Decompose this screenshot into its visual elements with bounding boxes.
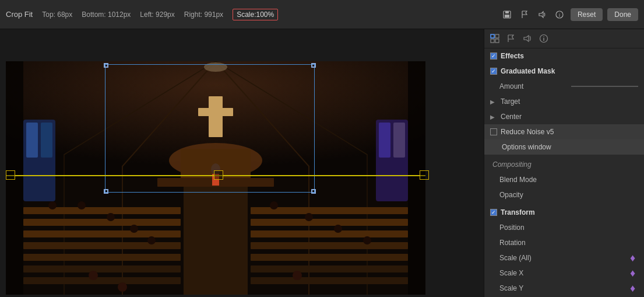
right-panel: ✓ Effects ✓ Graduated Mask Amount ▶ Targ…	[484, 29, 644, 297]
svg-point-35	[107, 213, 115, 221]
svg-point-38	[89, 271, 98, 280]
scale-x-dot-icon: ♦	[630, 269, 638, 277]
svg-point-42	[334, 225, 342, 233]
main-area: ✓ Effects ✓ Graduated Mask Amount ▶ Targ…	[0, 29, 644, 297]
compositing-label: Compositing	[490, 160, 638, 169]
svg-rect-19	[23, 207, 181, 214]
reduce-noise-row[interactable]: Reduce Noise v5	[484, 124, 644, 139]
reduce-noise-checkbox[interactable]	[490, 128, 497, 135]
position-label: Position	[490, 223, 638, 232]
svg-rect-21	[23, 230, 181, 237]
svg-rect-45	[184, 187, 248, 295]
amount-slider[interactable]	[571, 86, 638, 87]
panel-info-icon[interactable]	[538, 33, 550, 44]
scale-all-dot-icon: ♦	[630, 254, 638, 262]
transform-label: Transform	[501, 208, 638, 216]
transform-checkbox[interactable]: ✓	[490, 209, 497, 216]
top-bar-left: Crop Fit Top: 68px Bottom: 1012px Left: …	[6, 9, 501, 20]
panel-flag-icon[interactable]	[505, 33, 517, 44]
svg-rect-15	[41, 123, 52, 158]
svg-point-39	[118, 282, 127, 292]
svg-point-40	[270, 201, 278, 209]
graduated-mask-label: Graduated Mask	[501, 67, 638, 75]
yellow-handle-right[interactable]	[420, 170, 429, 180]
reset-button[interactable]: Reset	[571, 8, 603, 21]
compositing-row: Compositing	[484, 157, 644, 172]
svg-rect-28	[251, 230, 408, 237]
svg-rect-1	[505, 11, 509, 13]
svg-rect-27	[251, 219, 408, 226]
right-info: Right: 991px	[184, 11, 223, 19]
effects-row[interactable]: ✓ Effects	[484, 48, 644, 64]
scale-all-label: Scale (All)	[490, 254, 630, 262]
scale-x-row[interactable]: Scale X ♦	[484, 265, 644, 281]
scale-y-row[interactable]: Scale Y ♦	[484, 281, 644, 296]
opacity-row[interactable]: Opacity	[484, 187, 644, 202]
save-icon[interactable]	[501, 8, 513, 21]
blend-mode-row[interactable]: Blend Mode	[484, 172, 644, 187]
svg-rect-8	[209, 96, 223, 137]
rotation-label: Rotation	[490, 239, 638, 247]
options-window-row[interactable]: Options window	[484, 139, 644, 155]
svg-rect-52	[495, 34, 499, 38]
rotation-row[interactable]: Rotation	[484, 235, 644, 250]
svg-rect-25	[23, 277, 181, 284]
svg-rect-23	[23, 254, 181, 261]
svg-point-33	[48, 201, 57, 209]
panel-grid-icon[interactable]	[489, 33, 501, 44]
yellow-handle-left[interactable]	[6, 170, 15, 180]
top-info: Top: 68px	[42, 11, 72, 19]
svg-rect-17	[379, 123, 390, 158]
reduce-noise-label: Reduce Noise v5	[501, 128, 638, 136]
svg-rect-30	[251, 254, 408, 261]
svg-rect-31	[251, 265, 408, 272]
effects-checkbox[interactable]: ✓	[490, 53, 497, 60]
options-window-label: Options window	[502, 143, 638, 151]
svg-point-58	[543, 36, 544, 37]
svg-marker-3	[539, 12, 543, 18]
scale-all-row[interactable]: Scale (All) ♦	[484, 250, 644, 265]
done-button[interactable]: Done	[607, 8, 638, 21]
info-icon[interactable]: i	[553, 8, 566, 21]
canvas-area	[0, 29, 484, 297]
svg-rect-53	[491, 39, 494, 43]
center-arrow-icon: ▶	[490, 114, 496, 120]
transform-row[interactable]: ✓ Transform	[484, 205, 644, 220]
svg-rect-54	[495, 39, 499, 43]
position-row[interactable]: Position	[484, 220, 644, 235]
svg-point-41	[305, 213, 313, 221]
svg-rect-32	[251, 277, 408, 284]
graduated-mask-checkbox[interactable]: ✓	[490, 68, 497, 75]
volume-icon[interactable]	[536, 8, 548, 21]
effects-label: Effects	[501, 52, 638, 60]
blend-mode-label: Blend Mode	[490, 176, 638, 184]
bottom-info: Bottom: 1012px	[82, 11, 131, 19]
svg-rect-22	[23, 242, 181, 249]
svg-marker-55	[524, 36, 529, 41]
svg-rect-20	[23, 219, 181, 226]
svg-point-36	[130, 225, 138, 233]
svg-rect-51	[491, 34, 494, 38]
scale-y-dot-icon: ♦	[630, 284, 638, 292]
svg-point-37	[147, 236, 156, 244]
yellow-handle-mid[interactable]	[214, 170, 223, 180]
target-row[interactable]: ▶ Target	[484, 94, 644, 109]
scale-x-label: Scale X	[490, 269, 630, 277]
svg-rect-14	[26, 123, 38, 158]
svg-rect-29	[251, 242, 408, 249]
svg-point-44	[293, 271, 302, 280]
center-row[interactable]: ▶ Center	[484, 109, 644, 124]
target-arrow-icon: ▶	[490, 99, 496, 104]
top-bar: Crop Fit Top: 68px Bottom: 1012px Left: …	[0, 0, 644, 29]
target-label: Target	[498, 97, 638, 106]
svg-rect-24	[23, 265, 181, 272]
graduated-mask-row[interactable]: ✓ Graduated Mask	[484, 64, 644, 79]
amount-row: Amount	[484, 79, 644, 94]
svg-point-48	[204, 62, 227, 72]
flag-icon[interactable]	[518, 8, 531, 21]
svg-text:i: i	[559, 12, 560, 18]
svg-point-43	[363, 236, 371, 244]
svg-point-34	[78, 201, 86, 209]
panel-volume-icon[interactable]	[522, 33, 533, 44]
svg-rect-9	[198, 108, 233, 116]
